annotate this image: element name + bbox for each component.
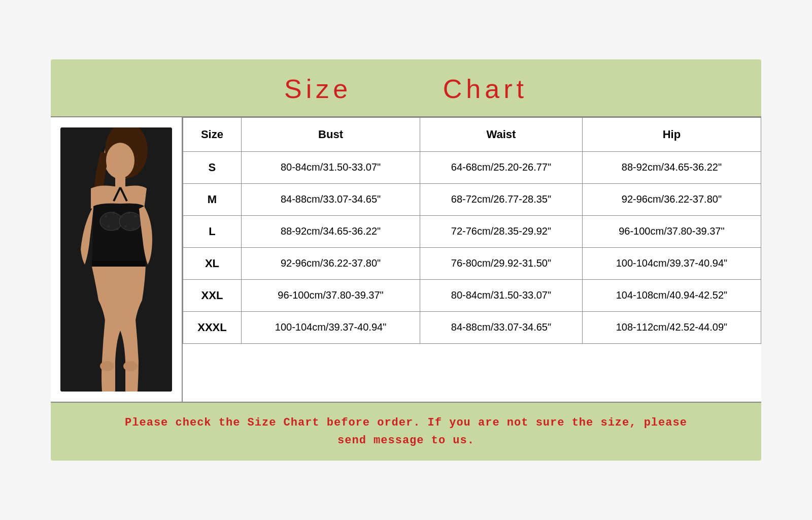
footer-line2: send message to us. (71, 432, 741, 449)
table-row: M84-88cm/33.07-34.65"68-72cm/26.77-28.35… (183, 183, 761, 215)
svg-rect-4 (115, 176, 125, 188)
svg-point-11 (128, 211, 130, 214)
cell-hip: 108-112cm/42.52-44.09" (582, 311, 761, 343)
footer-note: Please check the Size Chart before order… (51, 403, 761, 461)
svg-point-18 (123, 361, 138, 371)
svg-point-5 (100, 212, 122, 231)
cell-hip: 100-104cm/39.37-40.94" (582, 247, 761, 279)
footer-line1: Please check the Size Chart before order… (71, 414, 741, 432)
size-chart-container: Size Chart (51, 59, 761, 461)
svg-point-3 (106, 143, 134, 178)
cell-bust: 96-100cm/37.80-39.37" (241, 279, 420, 311)
svg-point-10 (120, 215, 123, 217)
svg-point-9 (113, 211, 115, 214)
chart-body: Size Bust Waist Hip S80-84cm/31.50-33.07… (51, 116, 761, 403)
header-hip: Hip (582, 117, 761, 151)
svg-point-8 (105, 215, 108, 217)
svg-point-15 (124, 225, 127, 228)
svg-point-14 (116, 228, 119, 230)
svg-rect-7 (92, 261, 146, 267)
cell-size: M (183, 183, 242, 215)
cell-hip: 104-108cm/40.94-42.52" (582, 279, 761, 311)
cell-waist: 64-68cm/25.20-26.77" (420, 151, 583, 183)
title-part1: Size (284, 74, 352, 104)
cell-bust: 88-92cm/34.65-36.22" (241, 215, 420, 247)
table-row: XXXL100-104cm/39.37-40.94"84-88cm/33.07-… (183, 311, 761, 343)
header-bust: Bust (241, 117, 420, 151)
model-image (60, 127, 172, 392)
table-row: XL92-96cm/36.22-37.80"76-80cm/29.92-31.5… (183, 247, 761, 279)
title-part2: Chart (443, 74, 528, 104)
cell-waist: 72-76cm/28.35-29.92" (420, 215, 583, 247)
size-table: Size Bust Waist Hip S80-84cm/31.50-33.07… (183, 117, 761, 344)
header-waist: Waist (420, 117, 583, 151)
cell-bust: 92-96cm/36.22-37.80" (241, 247, 420, 279)
cell-hip: 92-96cm/36.22-37.80" (582, 183, 761, 215)
chart-title: Size Chart (51, 59, 761, 116)
cell-bust: 80-84cm/31.50-33.07" (241, 151, 420, 183)
cell-bust: 100-104cm/39.37-40.94" (241, 311, 420, 343)
cell-size: XXL (183, 279, 242, 311)
cell-size: S (183, 151, 242, 183)
cell-hip: 96-100cm/37.80-39.37" (582, 215, 761, 247)
cell-waist: 84-88cm/33.07-34.65" (420, 311, 583, 343)
cell-size: L (183, 215, 242, 247)
cell-waist: 80-84cm/31.50-33.07" (420, 279, 583, 311)
svg-point-13 (108, 225, 110, 228)
cell-waist: 68-72cm/26.77-28.35" (420, 183, 583, 215)
table-row: S80-84cm/31.50-33.07"64-68cm/25.20-26.77… (183, 151, 761, 183)
svg-point-6 (119, 212, 142, 231)
cell-hip: 88-92cm/34.65-36.22" (582, 151, 761, 183)
table-row: XXL96-100cm/37.80-39.37"80-84cm/31.50-33… (183, 279, 761, 311)
header-size: Size (183, 117, 242, 151)
cell-bust: 84-88cm/33.07-34.65" (241, 183, 420, 215)
svg-point-12 (134, 215, 137, 217)
table-header-row: Size Bust Waist Hip (183, 117, 761, 151)
model-image-section (51, 117, 183, 402)
svg-point-16 (132, 228, 135, 230)
svg-point-17 (100, 361, 114, 371)
cell-size: XXXL (183, 311, 242, 343)
table-row: L88-92cm/34.65-36.22"72-76cm/28.35-29.92… (183, 215, 761, 247)
cell-waist: 76-80cm/29.92-31.50" (420, 247, 583, 279)
cell-size: XL (183, 247, 242, 279)
size-table-section: Size Bust Waist Hip S80-84cm/31.50-33.07… (183, 117, 761, 402)
